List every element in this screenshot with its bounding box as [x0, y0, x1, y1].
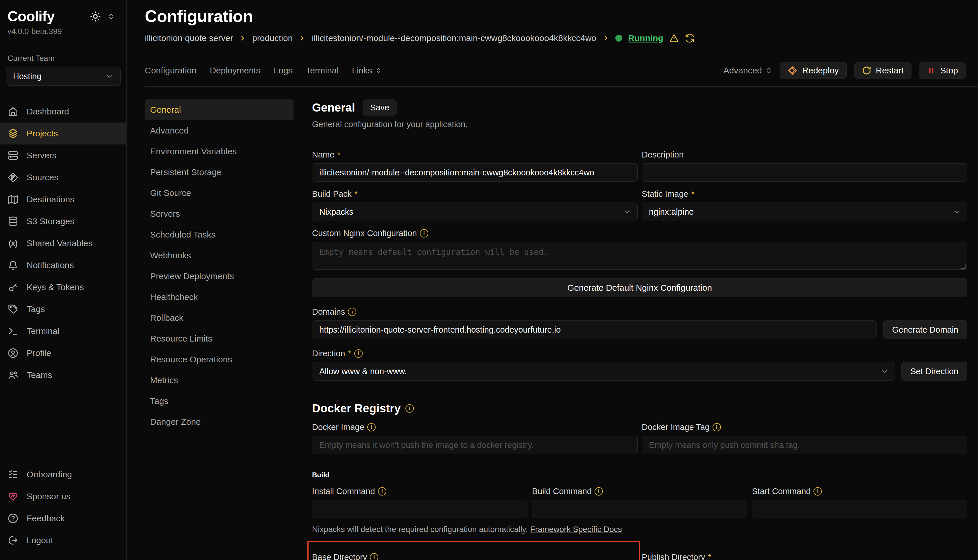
- sidebar-item-projects[interactable]: Projects: [0, 123, 126, 145]
- sidebar-item-profile[interactable]: Profile: [0, 342, 126, 364]
- publish-directory-field: Publish Directory*: [642, 552, 967, 560]
- sidebar-item-keys-tokens[interactable]: Keys & Tokens: [0, 276, 126, 298]
- sidebar-item-s3-storages[interactable]: S3 Storages: [0, 210, 126, 232]
- info-icon[interactable]: i: [405, 404, 414, 413]
- name-input[interactable]: [312, 163, 638, 182]
- sidebar-item-sources[interactable]: Sources: [0, 167, 126, 188]
- domains-input[interactable]: [312, 320, 877, 339]
- status-running-link[interactable]: Running: [628, 33, 664, 43]
- subnav-item-resource-limits[interactable]: Resource Limits: [145, 328, 294, 349]
- tab-links[interactable]: Links: [352, 66, 382, 75]
- subnav-item-metrics[interactable]: Metrics: [145, 370, 294, 391]
- git-icon: [8, 172, 18, 183]
- subnav-item-scheduled-tasks[interactable]: Scheduled Tasks: [145, 224, 294, 245]
- custom-nginx-textarea[interactable]: [312, 242, 967, 270]
- chevron-right-icon: [602, 34, 610, 42]
- sidebar-item-servers[interactable]: Servers: [0, 145, 126, 167]
- sidebar-item-logout[interactable]: Logout: [0, 529, 126, 551]
- sidebar-item-shared-variables[interactable]: (x) Shared Variables: [0, 232, 126, 254]
- sidebar-item-terminal[interactable]: Terminal: [0, 320, 126, 342]
- redeploy-button[interactable]: Redeploy: [780, 62, 847, 79]
- subnav-item-rollback[interactable]: Rollback: [145, 307, 294, 328]
- bell-icon: [8, 260, 18, 270]
- generate-nginx-button[interactable]: Generate Default Nginx Configuration: [312, 278, 967, 297]
- sidebar-item-dashboard[interactable]: Dashboard: [0, 100, 126, 123]
- build-command-field: Build Commandi: [532, 486, 747, 518]
- description-input[interactable]: [642, 163, 967, 182]
- theme-chevrons-up-down-icon[interactable]: [107, 13, 115, 20]
- tab-deployments[interactable]: Deployments: [210, 66, 260, 75]
- subnav-item-general[interactable]: General: [145, 99, 294, 120]
- sidebar-item-teams[interactable]: Teams: [0, 364, 126, 386]
- warning-triangle-icon[interactable]: [669, 33, 679, 43]
- required-marker: *: [708, 552, 711, 560]
- team-select[interactable]: Hosting: [6, 67, 120, 85]
- breadcrumb-environment[interactable]: production: [252, 33, 293, 43]
- direction-select[interactable]: [312, 362, 895, 380]
- sidebar-item-onboarding[interactable]: Onboarding: [0, 463, 126, 485]
- install-command-input[interactable]: [312, 500, 527, 518]
- info-icon[interactable]: i: [378, 487, 386, 495]
- breadcrumb-project[interactable]: illicitonion quote server: [145, 33, 233, 43]
- sidebar-item-label: Logout: [27, 535, 53, 545]
- info-icon[interactable]: i: [367, 423, 376, 432]
- info-icon[interactable]: i: [348, 308, 356, 316]
- subnav-item-persistent-storage[interactable]: Persistent Storage: [145, 162, 294, 183]
- restart-button[interactable]: Restart: [854, 62, 912, 79]
- sidebar-item-sponsor-us[interactable]: Sponsor us: [0, 485, 126, 507]
- build-command-input[interactable]: [532, 500, 747, 518]
- build-pack-field: Build Pack*: [312, 189, 638, 221]
- refresh-icon[interactable]: [685, 33, 695, 43]
- framework-docs-link[interactable]: Framework Specific Docs: [530, 525, 622, 534]
- layers-icon: [8, 128, 18, 139]
- stop-icon: [927, 66, 936, 75]
- tab-configuration[interactable]: Configuration: [145, 66, 196, 75]
- subnav-item-webhooks[interactable]: Webhooks: [145, 245, 294, 266]
- sidebar-item-destinations[interactable]: Destinations: [0, 188, 126, 210]
- subnav-item-preview-deployments[interactable]: Preview Deployments: [145, 266, 294, 287]
- stop-button[interactable]: Stop: [919, 62, 966, 79]
- docker-image-tag-input[interactable]: [642, 436, 967, 454]
- info-icon[interactable]: i: [354, 349, 363, 358]
- required-marker: *: [348, 349, 351, 358]
- home-icon: [8, 106, 18, 117]
- start-command-input[interactable]: [752, 500, 967, 518]
- sidebar-item-tags[interactable]: Tags: [0, 298, 126, 320]
- info-icon[interactable]: i: [420, 229, 428, 238]
- subnav-item-resource-operations[interactable]: Resource Operations: [145, 349, 294, 370]
- subnav-item-advanced[interactable]: Advanced: [145, 120, 294, 141]
- server-icon: [8, 150, 18, 161]
- restart-label: Restart: [876, 66, 904, 75]
- start-command-label: Start Command: [752, 487, 811, 496]
- static-image-select[interactable]: [642, 203, 967, 221]
- tab-terminal[interactable]: Terminal: [306, 66, 339, 75]
- docker-image-input[interactable]: [312, 436, 638, 454]
- subnav-item-environment-variables[interactable]: Environment Variables: [145, 141, 294, 162]
- tab-logs[interactable]: Logs: [274, 66, 293, 75]
- subnav-item-healthcheck[interactable]: Healthcheck: [145, 287, 294, 307]
- theme-sun-icon[interactable]: [90, 11, 101, 22]
- sidebar-item-feedback[interactable]: Feedback: [0, 507, 126, 529]
- info-icon[interactable]: i: [595, 487, 603, 495]
- name-label: Name: [312, 150, 334, 160]
- resize-handle[interactable]: [961, 264, 966, 269]
- info-icon[interactable]: i: [370, 553, 378, 560]
- save-button[interactable]: Save: [363, 99, 397, 116]
- info-icon[interactable]: i: [712, 423, 721, 432]
- build-pack-select[interactable]: [312, 203, 638, 221]
- team-select-value: Hosting: [13, 72, 41, 81]
- info-icon[interactable]: i: [813, 487, 822, 495]
- breadcrumb-resource[interactable]: illicitestonion/-module--decomposition:m…: [312, 33, 596, 43]
- subnav-item-tags[interactable]: Tags: [145, 391, 294, 412]
- generate-domain-button[interactable]: Generate Domain: [883, 320, 967, 339]
- advanced-dropdown[interactable]: Advanced: [723, 66, 772, 75]
- install-command-field: Install Commandi: [312, 486, 527, 518]
- set-direction-button[interactable]: Set Direction: [901, 362, 967, 380]
- base-directory-field: Base Directoryi: [312, 552, 638, 560]
- custom-nginx-field: Custom Nginx Configurationi: [312, 228, 967, 271]
- subnav-item-danger-zone[interactable]: Danger Zone: [145, 412, 294, 432]
- subnav-item-git-source[interactable]: Git Source: [145, 183, 294, 203]
- chevron-down-icon: [105, 72, 114, 80]
- sidebar-item-notifications[interactable]: Notifications: [0, 254, 126, 276]
- subnav-item-servers[interactable]: Servers: [145, 203, 294, 224]
